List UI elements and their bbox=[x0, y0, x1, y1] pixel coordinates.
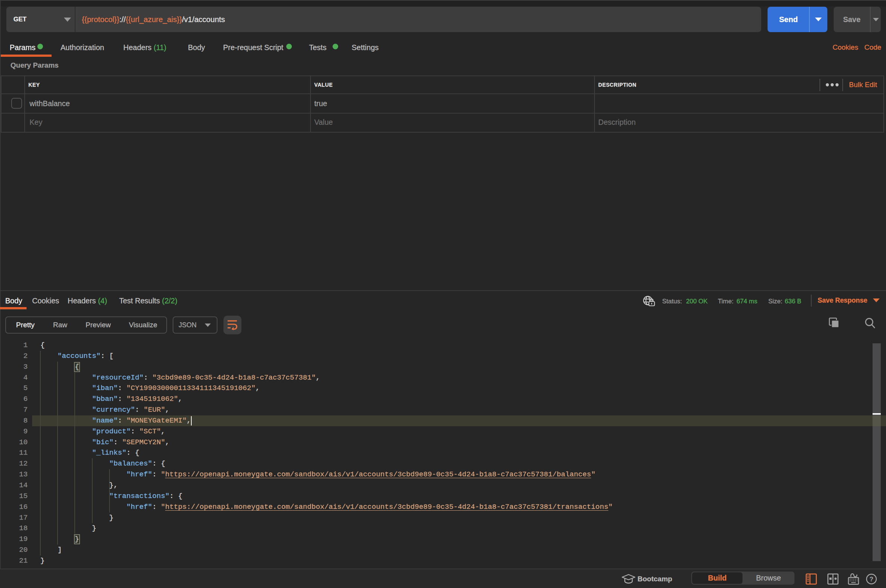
svg-text:?: ? bbox=[869, 576, 873, 583]
